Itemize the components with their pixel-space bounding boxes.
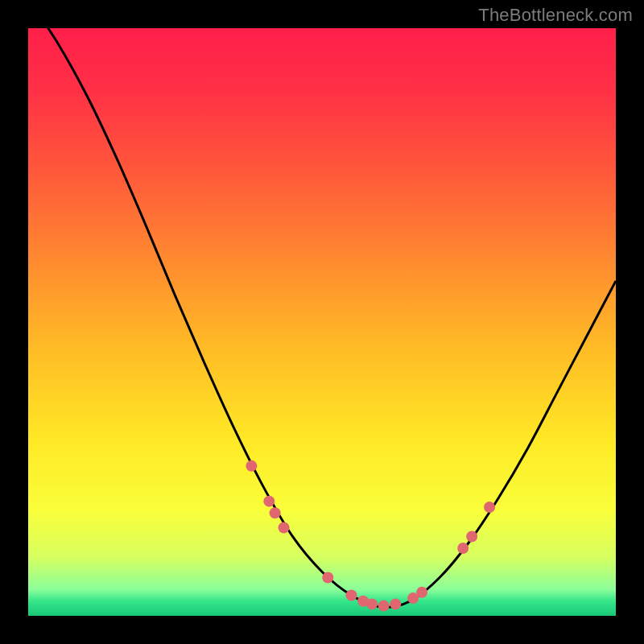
- gradient-background: [28, 28, 616, 616]
- chart-frame: TheBottleneck.com: [0, 0, 644, 644]
- chart-svg: [28, 28, 616, 616]
- highlight-point: [457, 543, 469, 554]
- highlight-point: [270, 507, 281, 518]
- highlight-point: [416, 587, 427, 598]
- highlight-point: [322, 572, 333, 584]
- watermark-text: TheBottleneck.com: [478, 5, 633, 26]
- plot-area: [28, 28, 616, 616]
- highlight-point: [484, 502, 495, 513]
- highlight-point: [279, 522, 290, 534]
- highlight-point: [346, 589, 357, 601]
- highlight-point: [263, 496, 275, 507]
- highlight-point: [246, 460, 257, 472]
- highlight-point: [366, 598, 378, 609]
- highlight-point: [390, 598, 401, 609]
- highlight-point: [466, 530, 477, 542]
- highlight-point: [378, 601, 390, 612]
